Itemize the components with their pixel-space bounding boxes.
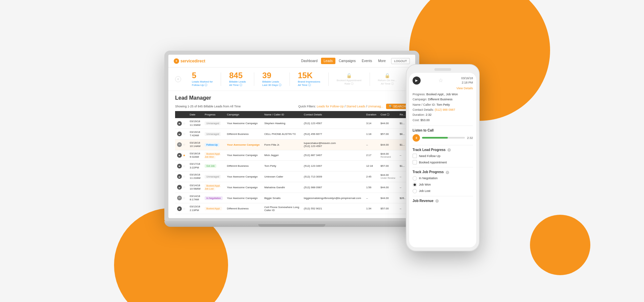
stat-appt-rate: 🔒 Booked AppointmentRate ⓘ <box>337 73 362 86</box>
phone-campaign-value: Different Business <box>428 98 452 101</box>
email-icon[interactable]: ✉ <box>177 142 182 147</box>
phone-caller-value: Tom Petty <box>436 103 450 106</box>
bg-circle-3 <box>530 215 590 275</box>
brand-logo: ● servicedirect <box>174 58 205 64</box>
star-icon[interactable]: ☆ <box>183 175 185 178</box>
row-icons-cell: ▶ ☆ <box>175 161 188 171</box>
filter-unmanaged[interactable]: Unmanag... <box>368 105 383 108</box>
nav-events[interactable]: Events <box>359 58 375 64</box>
lock-icon-1: 🔒 <box>346 73 352 78</box>
phone-cost-value: $53.00 <box>421 118 430 122</box>
star-icon[interactable]: ☆ <box>183 164 185 168</box>
phone-progress-value: Booked Appt., Job Won <box>426 93 458 96</box>
play-icon[interactable]: ▶ <box>177 121 182 126</box>
row-date: 03/14/1810:58AM <box>188 182 203 193</box>
radio-job-lost: Job Lost <box>413 189 473 193</box>
stat-billable-all-number: 845 <box>229 71 246 80</box>
stats-nav-arrow[interactable]: ‹ <box>175 76 181 82</box>
checkbox-booked-appt-label: Booked Appointment <box>419 161 447 164</box>
phone-star-icon[interactable]: ☆ <box>438 77 443 84</box>
row-progress: Unmanaged <box>203 118 225 129</box>
view-details-link[interactable]: View Details <box>413 87 473 90</box>
divider-listen <box>413 125 473 126</box>
stat-billable-all-label: Billable LeadsAll Time ⓘ <box>229 80 246 87</box>
phone-play-button[interactable]: ▶ <box>413 77 421 85</box>
play-icon[interactable]: ▶ <box>177 153 182 158</box>
radio-negotiation-btn[interactable] <box>413 176 417 181</box>
laptop-base <box>164 221 419 227</box>
stat-roi: 🔒 Return On Inv...All Time ⓘ <box>378 73 397 86</box>
phone-header: ▶ ☆ 03/16/18 2:18 PM <box>413 76 473 85</box>
play-icon[interactable]: ▶ <box>177 185 182 190</box>
checkbox-booked-appt-box[interactable] <box>413 160 417 164</box>
row-progress: Booked Appt. <box>203 203 225 214</box>
phone-contact-value: (512) 988 0987 <box>435 108 455 111</box>
audio-progress-bar[interactable] <box>422 137 465 139</box>
play-icon[interactable]: ▶ <box>177 164 182 168</box>
phone-caller-row: Name / Caller ID: Tom Petty <box>413 102 473 107</box>
nav-campaigns[interactable]: Campaigns <box>336 58 359 64</box>
star-icon[interactable]: ☆ <box>183 207 185 210</box>
email-icon[interactable]: ✉ <box>177 196 182 200</box>
stat-appt-label: Booked AppointmentRate ⓘ <box>337 79 362 86</box>
quick-filters: Quick Filters: Leads for Follow-Up / Sta… <box>298 105 383 108</box>
lead-table-header: Showing 1-25 of 845 Billable Leads from … <box>175 104 409 109</box>
filter-starred[interactable]: Starred Leads <box>346 105 365 108</box>
phone-screen: ▶ ☆ 03/16/18 2:18 PM View Details Progre… <box>409 73 476 247</box>
track-lead-info-icon: i <box>447 148 451 152</box>
phone-duration-row: Duration: 2:32 <box>413 112 473 117</box>
row-date: 03/13/182:19PM <box>188 203 203 214</box>
stats-bar: ‹ 5 Leads Marked forFollow-Up ⓘ 845 Bill… <box>168 67 415 91</box>
row-campaign: Your Awesome Campaign <box>225 171 262 182</box>
play-icon[interactable]: ▶ <box>177 132 182 136</box>
phone-time-value: 2:18 PM <box>461 81 473 85</box>
radio-job-won-btn[interactable] <box>413 183 417 187</box>
table-body: ▶ ☆ 03/19/1811:33AM Unmanaged Your Aweso… <box>175 118 409 214</box>
row-duration: 1:18 <box>364 129 379 139</box>
row-contact: (512) 456 6677 <box>302 129 364 139</box>
star-icon[interactable]: ☆ <box>183 186 185 189</box>
play-icon[interactable]: ▶ <box>177 174 182 179</box>
row-duration: 1:56 <box>364 182 379 193</box>
filter-followup[interactable]: Leads for Follow-Up <box>317 105 344 108</box>
star-icon[interactable]: ☆ <box>183 132 185 136</box>
checkbox-need-followup-box[interactable] <box>413 154 417 158</box>
star-icon[interactable]: ☆ <box>183 196 185 200</box>
nav-more[interactable]: More <box>375 58 388 64</box>
laptop-screen-inner: ● servicedirect Dashboard Leads Campaign… <box>168 55 415 218</box>
divider-track-lead <box>413 145 473 145</box>
row-date: 03/19/1811:33AM <box>188 118 203 129</box>
radio-negotiation: In Negotiation <box>413 176 473 181</box>
nav-dashboard[interactable]: Dashboard <box>299 58 320 64</box>
star-icon[interactable]: ☆ <box>183 143 185 146</box>
row-contact: biggiesmalskingofbrooklyn@bi-pimpinemail… <box>302 193 364 203</box>
table-header-row: Date Progress Campaign Name / Caller ID … <box>175 111 409 118</box>
row-duration: 2:45 <box>364 171 379 182</box>
row-icons-cell: ✉ ☆ <box>175 139 188 150</box>
row-icons-cell: ▶ ☆ <box>175 171 188 182</box>
radio-job-won: Job Won <box>413 183 473 187</box>
track-lead-title: Track Lead Progress i <box>413 148 473 152</box>
row-contact: (512) 713 3009 <box>302 171 364 182</box>
star-icon[interactable]: ☆ <box>183 122 185 125</box>
stat-divider-2 <box>254 72 254 86</box>
row-date: 03/14/188:17AM <box>188 193 203 203</box>
job-revenue-title: Job Revenue i <box>413 199 473 203</box>
search-button[interactable]: 🔍 SEARCH <box>386 104 409 109</box>
row-duration: 2:17 <box>364 150 379 161</box>
logout-button[interactable]: LOGOUT <box>391 58 410 64</box>
audio-player: ⏸ 2:32 <box>413 134 473 142</box>
star-icon[interactable]: ★ <box>183 154 185 157</box>
radio-job-lost-btn[interactable] <box>413 189 417 193</box>
progress-badge: Unmanaged <box>205 132 221 136</box>
row-name: Mick Jagger <box>262 150 302 161</box>
nav-leads[interactable]: Leads <box>321 58 335 64</box>
row-icons-cell: ✉ ☆ <box>175 193 188 203</box>
showing-text: Showing 1-25 of 845 Billable Leads from … <box>175 105 241 108</box>
phone-info: Progress: Booked Appt., Job Won Campaign… <box>413 92 473 123</box>
pause-button[interactable]: ⏸ <box>413 134 420 142</box>
play-icon[interactable]: ▶ <box>177 206 182 211</box>
progress-badge: Unmanaged <box>205 175 221 179</box>
row-date: 03/18/189:32AM <box>188 150 203 161</box>
radio-negotiation-label: In Negotiation <box>419 177 438 180</box>
